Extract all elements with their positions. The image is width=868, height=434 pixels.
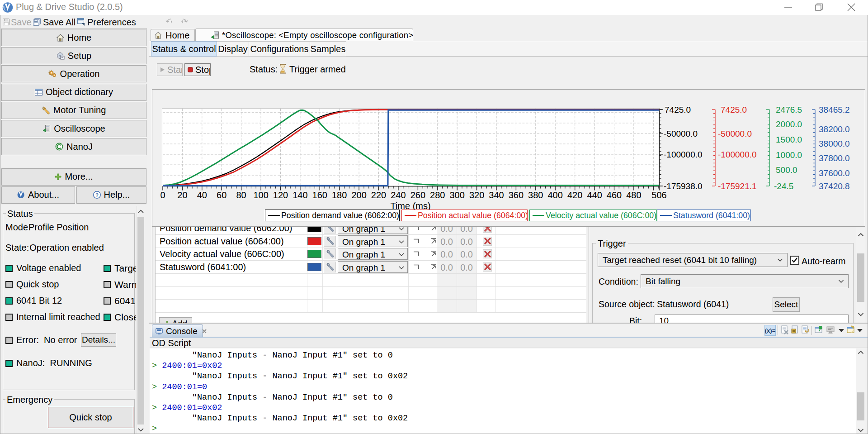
svg-text:0: 0 [160, 190, 165, 200]
svg-text:506: 506 [651, 190, 666, 200]
svg-text:260: 260 [410, 190, 425, 200]
svg-text:38200.0: 38200.0 [819, 124, 850, 134]
svg-text:40: 40 [197, 190, 207, 200]
svg-text:180: 180 [332, 190, 347, 200]
svg-text:-175938.0: -175938.0 [664, 181, 703, 191]
svg-text:280: 280 [430, 190, 445, 200]
svg-text:140: 140 [292, 190, 307, 200]
svg-text:-175921.1: -175921.1 [718, 181, 757, 191]
svg-text:400: 400 [548, 190, 563, 200]
svg-text:80: 80 [236, 190, 246, 200]
svg-text:240: 240 [391, 190, 406, 200]
svg-text:7425.0: 7425.0 [721, 105, 747, 114]
svg-text:300: 300 [450, 190, 465, 200]
svg-text:460: 460 [607, 190, 622, 200]
svg-text:-50000.0: -50000.0 [718, 129, 752, 138]
svg-text:37600.0: 37600.0 [819, 168, 850, 178]
svg-text:220: 220 [371, 190, 386, 200]
svg-text:480: 480 [626, 190, 641, 200]
svg-text:-50000.0: -50000.0 [664, 129, 698, 138]
svg-text:200: 200 [351, 190, 366, 200]
svg-text:1500.0: 1500.0 [776, 135, 802, 144]
svg-text:37420.8: 37420.8 [819, 181, 850, 191]
svg-text:120: 120 [273, 190, 288, 200]
svg-text:2000.0: 2000.0 [776, 119, 802, 129]
svg-text:440: 440 [587, 190, 602, 200]
svg-text:320: 320 [469, 190, 484, 200]
svg-text:-100000.0: -100000.0 [664, 150, 703, 159]
svg-text:38000.0: 38000.0 [819, 139, 850, 148]
svg-text:-100000.0: -100000.0 [718, 150, 757, 159]
svg-text:160: 160 [312, 190, 327, 200]
svg-text:360: 360 [509, 190, 524, 200]
svg-text:-24.5: -24.5 [774, 181, 793, 191]
svg-text:60: 60 [217, 190, 226, 200]
svg-text:37800.0: 37800.0 [819, 153, 850, 163]
svg-text:38465.2: 38465.2 [819, 105, 850, 114]
svg-text:500.0: 500.0 [776, 165, 797, 175]
svg-text:380: 380 [528, 190, 543, 200]
svg-text:20: 20 [177, 190, 187, 200]
svg-text:1000.0: 1000.0 [776, 150, 802, 160]
svg-text:2476.5: 2476.5 [776, 105, 802, 114]
svg-text:420: 420 [567, 190, 582, 200]
svg-text:100: 100 [253, 190, 268, 200]
svg-text:340: 340 [489, 190, 504, 200]
svg-text:7425.0: 7425.0 [665, 105, 691, 114]
